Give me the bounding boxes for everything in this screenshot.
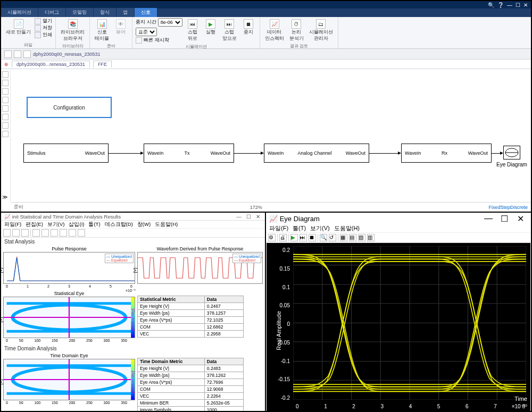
stop-button[interactable]: ⏹중지 <box>240 18 256 37</box>
save-button[interactable]: 저장 <box>35 25 52 31</box>
tab-debug[interactable]: 디버그 <box>38 8 66 17</box>
close-icon[interactable]: ✕ <box>523 2 528 8</box>
new-button[interactable]: 📄새로 만들기 <box>4 18 32 37</box>
waveform-plot[interactable]: [V] — Unequalized— Equalized <box>137 252 263 284</box>
tool-fit-icon[interactable] <box>2 88 9 95</box>
up-icon[interactable] <box>23 51 31 58</box>
pulse-plot[interactable]: [V] — Unequalized— Equalized 0123456 ×10… <box>3 252 135 284</box>
min-icon[interactable]: — <box>235 213 243 220</box>
tb-cursor-icon[interactable] <box>32 229 40 237</box>
viewer-button[interactable]: 👁뷰어 <box>113 18 129 37</box>
zoomreset-icon[interactable]: ↺ <box>329 234 336 241</box>
editor-tabs: ⊕ dphy2000q00...renesas_230531 FFE <box>1 60 531 69</box>
tab-modeling[interactable]: 모델링 <box>66 8 94 17</box>
minimize-icon[interactable]: — <box>507 2 512 8</box>
help-icon[interactable]: ❔ <box>497 2 504 8</box>
stateye-plot[interactable]: [V] [Probability] 050100150200250300350 <box>3 297 135 338</box>
layout1-icon[interactable]: ▦ <box>340 234 347 241</box>
editor-tab-model[interactable]: dphy2000q00...renesas_230531 <box>12 61 90 68</box>
model-canvas-area: ≫ Configuration StimulusWaveOut WaveInTx… <box>1 69 531 212</box>
min-icon[interactable]: — <box>481 214 496 224</box>
menu-window[interactable]: 창(W) <box>137 221 151 228</box>
stepforward-button[interactable]: ⏭스텝 앞으로 <box>221 18 238 43</box>
run-button[interactable]: ▶실행 <box>203 18 219 37</box>
tool-shape-icon[interactable] <box>2 114 9 120</box>
layout2-icon[interactable]: ▤ <box>349 234 356 241</box>
tool-zoom-icon[interactable] <box>2 80 9 86</box>
datainspector-button[interactable]: 📈데이터 인스펙터 <box>263 18 286 43</box>
menu-tools[interactable]: 툴(T) <box>293 224 306 232</box>
tool-pan-icon[interactable] <box>2 97 9 103</box>
play-icon[interactable]: ▶ <box>290 234 298 241</box>
menu-view[interactable]: 보기(V) <box>310 224 330 232</box>
tool-annotate-icon[interactable] <box>2 105 9 112</box>
tb-data-icon[interactable] <box>69 229 76 237</box>
simmanager-button[interactable]: 🗂시뮬레이션 관리자 <box>307 18 335 43</box>
eye-scope[interactable]: Real Amplitude 0.20.150.10.050-0.05-0.1-… <box>267 243 530 411</box>
tb-brush-icon[interactable] <box>78 229 85 237</box>
menu-view[interactable]: 보기(V) <box>47 221 65 228</box>
close-icon[interactable]: ✕ <box>254 213 262 220</box>
signal-table-button[interactable]: 📊신호 테이블 <box>93 18 111 43</box>
block-rx[interactable]: WaveInRxWaveOut <box>401 144 492 163</box>
open-button[interactable]: 열기 <box>35 18 52 24</box>
close-icon[interactable]: ✕ <box>513 214 528 224</box>
search-icon[interactable]: 🔍 <box>488 2 494 8</box>
print-button[interactable]: 인쇄 <box>35 32 52 38</box>
mode-select[interactable]: 표준 <box>136 28 157 36</box>
tb-rotate-icon[interactable] <box>60 229 67 237</box>
model-path[interactable]: dphy2000q00_renesas_230531 <box>33 52 101 57</box>
stateye-title: Statistical Eye <box>3 290 135 297</box>
maximize-icon[interactable]: ☐ <box>516 2 520 8</box>
tool-explorer-icon[interactable] <box>2 71 9 78</box>
analysis-menubar: 파일(F) 편집(E) 보기(V) 삽입(I) 툴(T) 데스크탑(D) 창(W… <box>1 221 265 229</box>
block-analog-channel[interactable]: WaveInAnalog ChannelWaveOut <box>264 144 369 163</box>
tab-format[interactable]: 형식 <box>94 8 117 17</box>
library-browser-button[interactable]: 📚라이브러리 브라우저 <box>59 18 86 43</box>
fastrestart-button[interactable]: 빠른 재시작 <box>144 37 169 44</box>
eye-menubar: 파일(F) 툴(T) 보기(V) 도움말(H) <box>266 224 531 233</box>
group-library: 라이브러리 <box>59 43 86 49</box>
timeeye-plot[interactable]: [V] [Probability] 050100150200250300350 <box>3 359 135 400</box>
print-icon[interactable]: 🖨 <box>279 234 287 241</box>
step-icon[interactable]: ⏭ <box>300 234 307 241</box>
stop2-icon[interactable]: ⏹ <box>309 234 316 241</box>
menu-file[interactable]: 파일(F) <box>269 224 288 232</box>
max-icon[interactable]: ☐ <box>245 213 252 220</box>
tb-pan-icon[interactable] <box>51 229 58 237</box>
block-eye-diagram[interactable] <box>503 146 520 159</box>
stoptime-select[interactable]: 8e-06 <box>158 18 182 27</box>
block-configuration[interactable]: Configuration <box>27 97 112 118</box>
tab-simulation[interactable]: 시뮬레이션 <box>1 8 38 17</box>
menu-edit[interactable]: 편집(E) <box>26 221 43 228</box>
block-stimulus[interactable]: StimulusWaveOut <box>23 144 109 163</box>
back-icon[interactable] <box>4 51 12 58</box>
tb-new-icon[interactable] <box>3 229 11 237</box>
logicanalyzer-button[interactable]: ⏱논리 분석기 <box>288 18 305 43</box>
max-icon[interactable]: ☐ <box>497 214 512 224</box>
menu-help[interactable]: 도움말(H) <box>155 221 178 228</box>
tb-print-icon[interactable] <box>21 229 29 237</box>
model-canvas[interactable]: Configuration StimulusWaveOut WaveInTxWa… <box>11 69 531 202</box>
tool-comment-icon[interactable] <box>2 131 9 137</box>
layout3-icon[interactable]: ▧ <box>358 234 365 241</box>
menu-desktop[interactable]: 데스크탑(D) <box>105 221 133 228</box>
menu-insert[interactable]: 삽입(I) <box>69 221 84 228</box>
tab-signal[interactable]: 신호 <box>135 8 157 17</box>
ribbon: 📄새로 만들기 열기 저장 인쇄 파일 📚라이브러리 브라우저 라이브러리 📊신… <box>1 17 531 49</box>
eye-xticks: 012345678 <box>296 403 525 409</box>
tb-save-icon[interactable] <box>12 229 20 237</box>
editor-tab-ffe[interactable]: FFE <box>93 61 112 68</box>
block-tx[interactable]: WaveInTxWaveOut <box>144 144 234 163</box>
layout4-icon[interactable]: ▥ <box>367 234 375 241</box>
tab-app[interactable]: 앱 <box>117 8 135 17</box>
fwd-icon[interactable] <box>14 51 21 58</box>
zoomin-icon[interactable]: 🔍 <box>320 234 327 241</box>
menu-help[interactable]: 도움말(H) <box>334 224 360 232</box>
tb-zoom-icon[interactable] <box>41 229 49 237</box>
tool-image-icon[interactable] <box>2 122 9 129</box>
stepback-button[interactable]: ⏮스텝 뒤로 <box>185 18 201 43</box>
menu-tools[interactable]: 툴(T) <box>88 221 100 228</box>
gear-icon[interactable]: ⚙ <box>268 234 276 241</box>
menu-file[interactable]: 파일(F) <box>4 221 21 228</box>
